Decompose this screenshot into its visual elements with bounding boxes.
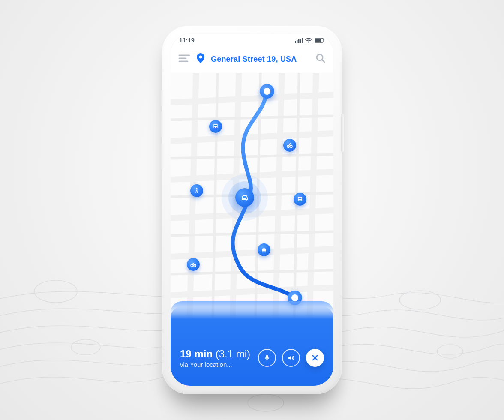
eta-unit: min [194, 348, 213, 360]
close-button[interactable] [306, 349, 324, 367]
svg-rect-40 [214, 125, 217, 126]
search-icon[interactable] [315, 53, 326, 65]
route-via: via Your location... [180, 361, 252, 368]
sound-button[interactable] [282, 349, 300, 367]
svg-point-46 [243, 198, 243, 199]
destination-address[interactable]: General Street 19, USA [211, 55, 309, 64]
svg-rect-6 [297, 40, 298, 43]
car-current-poi[interactable] [235, 188, 254, 207]
status-bar: 11:19 [171, 33, 333, 47]
header-bar: General Street 19, USA [171, 47, 333, 71]
bike-poi-top[interactable] [283, 139, 296, 152]
route-panel: 19 min (3.1 mi) via Your location... [171, 306, 333, 386]
phone-side-button [160, 111, 163, 137]
mic-button[interactable] [258, 349, 276, 367]
svg-point-41 [214, 127, 215, 128]
svg-point-4 [248, 394, 284, 411]
status-right [295, 38, 325, 43]
wifi-icon [305, 38, 312, 43]
svg-rect-5 [295, 41, 296, 43]
phone-side-button [160, 90, 163, 106]
route-distance: (3.1 mi) [216, 348, 250, 360]
bike-poi-bottom[interactable] [187, 258, 200, 271]
svg-point-17 [199, 56, 202, 59]
status-time: 11:19 [179, 37, 195, 44]
svg-rect-49 [299, 198, 302, 199]
svg-point-1 [71, 339, 100, 355]
svg-rect-54 [266, 355, 268, 359]
svg-point-0 [34, 280, 77, 303]
bus-poi[interactable] [209, 120, 222, 133]
walk-poi[interactable] [190, 184, 203, 197]
svg-point-42 [216, 127, 217, 128]
route-start-marker[interactable] [260, 84, 274, 99]
svg-point-47 [246, 198, 247, 199]
phone-side-button [341, 114, 344, 152]
eta-value: 19 [180, 348, 192, 360]
location-pin-icon [196, 53, 205, 65]
svg-point-43 [287, 145, 289, 147]
phone-frame: 11:19 General Street 19, USA [162, 26, 342, 394]
signal-icon [295, 38, 303, 43]
svg-point-51 [300, 200, 301, 201]
menu-icon[interactable] [178, 54, 190, 64]
svg-rect-7 [298, 39, 300, 43]
svg-point-50 [299, 200, 300, 201]
svg-rect-8 [300, 39, 301, 43]
svg-point-45 [196, 188, 198, 189]
svg-rect-9 [302, 38, 303, 43]
app-screen: 11:19 General Street 19, USA [171, 33, 333, 386]
svg-point-3 [437, 345, 463, 358]
svg-point-2 [399, 291, 441, 309]
route-summary: 19 min (3.1 mi) via Your location... [180, 348, 252, 368]
svg-rect-13 [324, 39, 324, 41]
car-poi-small[interactable] [258, 243, 270, 256]
svg-line-19 [322, 60, 325, 63]
svg-point-10 [308, 41, 309, 42]
svg-rect-55 [267, 360, 267, 361]
phone-side-button [160, 144, 163, 169]
svg-rect-12 [315, 39, 321, 42]
battery-icon [315, 38, 325, 43]
bus-poi-right[interactable] [294, 193, 306, 206]
map-view[interactable]: 19 min (3.1 mi) via Your location... [171, 73, 333, 386]
